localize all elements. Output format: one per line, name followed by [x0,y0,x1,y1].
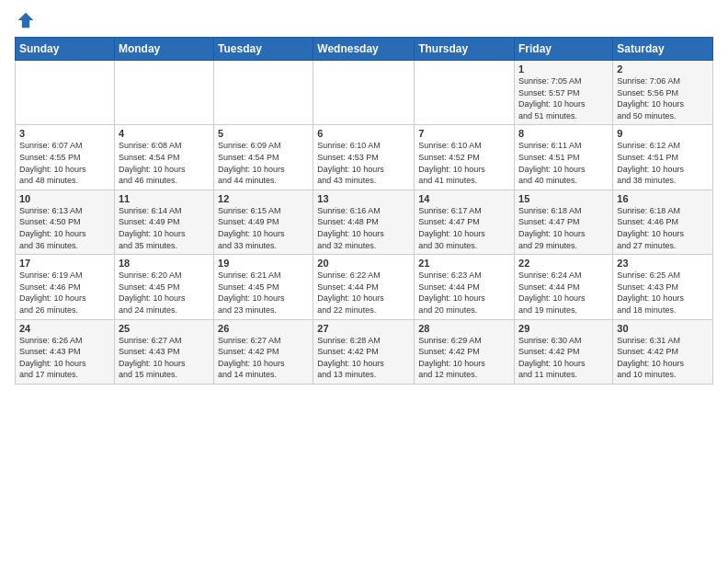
day-info: Sunrise: 7:05 AM Sunset: 5:57 PM Dayligh… [518,75,609,121]
calendar-cell: 4Sunrise: 6:08 AM Sunset: 4:54 PM Daylig… [114,125,213,190]
calendar-table: SundayMondayTuesdayWednesdayThursdayFrid… [15,37,713,385]
day-info: Sunrise: 6:26 AM Sunset: 4:43 PM Dayligh… [19,335,110,381]
calendar-cell: 1Sunrise: 7:05 AM Sunset: 5:57 PM Daylig… [515,61,613,125]
calendar-week-row: 10Sunrise: 6:13 AM Sunset: 4:50 PM Dayli… [16,190,713,254]
day-number: 10 [19,193,110,204]
calendar-week-row: 3Sunrise: 6:07 AM Sunset: 4:55 PM Daylig… [16,125,713,190]
day-number: 8 [518,128,609,139]
calendar-cell: 30Sunrise: 6:31 AM Sunset: 4:42 PM Dayli… [613,319,713,384]
svg-marker-0 [18,13,34,29]
calendar-week-row: 24Sunrise: 6:26 AM Sunset: 4:43 PM Dayli… [16,319,713,384]
header [15,11,713,29]
weekday-header-row: SundayMondayTuesdayWednesdayThursdayFrid… [16,38,713,61]
day-info: Sunrise: 6:25 AM Sunset: 4:43 PM Dayligh… [617,270,709,316]
day-info: Sunrise: 6:27 AM Sunset: 4:43 PM Dayligh… [119,335,210,381]
calendar-cell: 16Sunrise: 6:18 AM Sunset: 4:46 PM Dayli… [613,190,713,254]
weekday-header-friday: Friday [515,38,613,61]
calendar-cell: 15Sunrise: 6:18 AM Sunset: 4:47 PM Dayli… [515,190,613,254]
day-number: 12 [218,193,309,204]
calendar-cell: 19Sunrise: 6:21 AM Sunset: 4:45 PM Dayli… [214,255,313,319]
day-number: 30 [617,323,709,334]
day-number: 25 [119,323,210,334]
day-number: 2 [617,63,709,75]
day-number: 17 [19,258,110,269]
calendar-cell [114,61,213,125]
day-info: Sunrise: 6:07 AM Sunset: 4:55 PM Dayligh… [19,140,110,186]
calendar-cell [415,61,515,125]
day-info: Sunrise: 6:21 AM Sunset: 4:45 PM Dayligh… [218,270,309,316]
calendar-cell: 22Sunrise: 6:24 AM Sunset: 4:44 PM Dayli… [515,255,613,319]
day-info: Sunrise: 6:31 AM Sunset: 4:42 PM Dayligh… [617,335,709,381]
day-info: Sunrise: 6:22 AM Sunset: 4:44 PM Dayligh… [317,270,410,316]
weekday-header-wednesday: Wednesday [313,38,415,61]
day-info: Sunrise: 6:10 AM Sunset: 4:53 PM Dayligh… [317,140,410,186]
calendar-cell: 23Sunrise: 6:25 AM Sunset: 4:43 PM Dayli… [613,255,713,319]
calendar-cell: 13Sunrise: 6:16 AM Sunset: 4:48 PM Dayli… [313,190,415,254]
day-info: Sunrise: 6:11 AM Sunset: 4:51 PM Dayligh… [518,140,609,186]
day-number: 28 [418,323,510,334]
weekday-header-tuesday: Tuesday [214,38,313,61]
day-number: 21 [418,258,510,269]
calendar-cell: 14Sunrise: 6:17 AM Sunset: 4:47 PM Dayli… [415,190,515,254]
weekday-header-saturday: Saturday [613,38,713,61]
calendar-cell: 8Sunrise: 6:11 AM Sunset: 4:51 PM Daylig… [515,125,613,190]
day-info: Sunrise: 6:16 AM Sunset: 4:48 PM Dayligh… [317,205,410,251]
calendar-cell: 2Sunrise: 7:06 AM Sunset: 5:56 PM Daylig… [613,61,713,125]
day-info: Sunrise: 6:19 AM Sunset: 4:46 PM Dayligh… [19,270,110,316]
calendar-cell: 18Sunrise: 6:20 AM Sunset: 4:45 PM Dayli… [114,255,213,319]
logo [15,11,35,29]
day-info: Sunrise: 6:10 AM Sunset: 4:52 PM Dayligh… [418,140,510,186]
page-container: SundayMondayTuesdayWednesdayThursdayFrid… [0,0,728,392]
day-info: Sunrise: 6:09 AM Sunset: 4:54 PM Dayligh… [218,140,309,186]
day-info: Sunrise: 6:18 AM Sunset: 4:46 PM Dayligh… [617,205,709,251]
day-number: 18 [119,258,210,269]
day-info: Sunrise: 6:08 AM Sunset: 4:54 PM Dayligh… [119,140,210,186]
day-number: 13 [317,193,410,204]
calendar-week-row: 1Sunrise: 7:05 AM Sunset: 5:57 PM Daylig… [16,61,713,125]
day-number: 5 [218,128,309,139]
calendar-cell: 9Sunrise: 6:12 AM Sunset: 4:51 PM Daylig… [613,125,713,190]
day-info: Sunrise: 6:17 AM Sunset: 4:47 PM Dayligh… [418,205,510,251]
day-number: 27 [317,323,410,334]
day-info: Sunrise: 7:06 AM Sunset: 5:56 PM Dayligh… [617,75,709,121]
day-number: 14 [418,193,510,204]
day-number: 22 [518,258,609,269]
day-number: 6 [317,128,410,139]
weekday-header-thursday: Thursday [415,38,515,61]
day-info: Sunrise: 6:15 AM Sunset: 4:49 PM Dayligh… [218,205,309,251]
calendar-cell: 26Sunrise: 6:27 AM Sunset: 4:42 PM Dayli… [214,319,313,384]
day-number: 16 [617,193,709,204]
day-number: 15 [518,193,609,204]
day-number: 29 [518,323,609,334]
day-number: 7 [418,128,510,139]
day-info: Sunrise: 6:14 AM Sunset: 4:49 PM Dayligh… [119,205,210,251]
calendar-cell: 17Sunrise: 6:19 AM Sunset: 4:46 PM Dayli… [16,255,115,319]
calendar-cell: 29Sunrise: 6:30 AM Sunset: 4:42 PM Dayli… [515,319,613,384]
day-number: 20 [317,258,410,269]
calendar-cell: 24Sunrise: 6:26 AM Sunset: 4:43 PM Dayli… [16,319,115,384]
day-info: Sunrise: 6:20 AM Sunset: 4:45 PM Dayligh… [119,270,210,316]
day-number: 9 [617,128,709,139]
calendar-cell: 21Sunrise: 6:23 AM Sunset: 4:44 PM Dayli… [415,255,515,319]
calendar-cell: 27Sunrise: 6:28 AM Sunset: 4:42 PM Dayli… [313,319,415,384]
day-number: 19 [218,258,309,269]
calendar-cell: 12Sunrise: 6:15 AM Sunset: 4:49 PM Dayli… [214,190,313,254]
day-number: 23 [617,258,709,269]
calendar-cell [16,61,115,125]
logo-icon [17,11,35,29]
weekday-header-monday: Monday [114,38,213,61]
calendar-week-row: 17Sunrise: 6:19 AM Sunset: 4:46 PM Dayli… [16,255,713,319]
calendar-cell: 10Sunrise: 6:13 AM Sunset: 4:50 PM Dayli… [16,190,115,254]
calendar-cell: 11Sunrise: 6:14 AM Sunset: 4:49 PM Dayli… [114,190,213,254]
day-number: 4 [119,128,210,139]
calendar-cell: 7Sunrise: 6:10 AM Sunset: 4:52 PM Daylig… [415,125,515,190]
calendar-cell: 20Sunrise: 6:22 AM Sunset: 4:44 PM Dayli… [313,255,415,319]
calendar-cell [313,61,415,125]
day-info: Sunrise: 6:28 AM Sunset: 4:42 PM Dayligh… [317,335,410,381]
weekday-header-sunday: Sunday [16,38,115,61]
calendar-cell: 25Sunrise: 6:27 AM Sunset: 4:43 PM Dayli… [114,319,213,384]
day-info: Sunrise: 6:18 AM Sunset: 4:47 PM Dayligh… [518,205,609,251]
day-info: Sunrise: 6:23 AM Sunset: 4:44 PM Dayligh… [418,270,510,316]
day-info: Sunrise: 6:30 AM Sunset: 4:42 PM Dayligh… [518,335,609,381]
day-info: Sunrise: 6:29 AM Sunset: 4:42 PM Dayligh… [418,335,510,381]
